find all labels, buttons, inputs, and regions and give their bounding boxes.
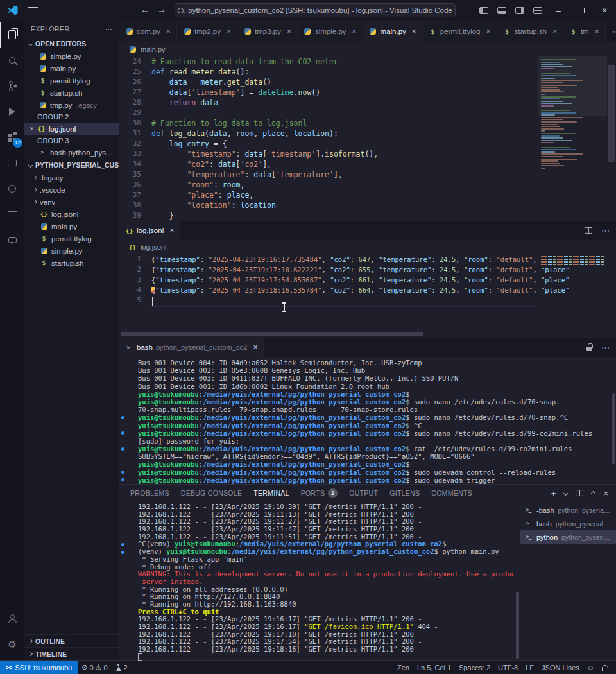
minimap[interactable] xyxy=(538,254,607,268)
open-editor-tmp-py[interactable]: tmp.py.legacy xyxy=(24,99,119,111)
tab-tmp2-py[interactable]: tmp2.py× xyxy=(177,21,237,42)
timeline-section[interactable]: TIMELINE xyxy=(24,647,119,660)
close-icon[interactable]: × xyxy=(169,227,174,234)
breadcrumb-group1[interactable]: main.py xyxy=(119,42,616,56)
close-icon[interactable]: × xyxy=(30,125,34,133)
close-icon[interactable]: × xyxy=(552,28,557,35)
activity-settings[interactable]: ⚙ xyxy=(0,632,24,657)
status-lf[interactable]: LF xyxy=(522,661,538,674)
close-panel-icon[interactable]: × xyxy=(603,488,608,498)
panel-tab-comments[interactable]: COMMENTS xyxy=(425,485,478,501)
open-editor-main-py[interactable]: main.py xyxy=(24,62,119,74)
notifications-bell[interactable] xyxy=(598,661,612,674)
ports-status[interactable]: 2 xyxy=(112,661,132,674)
tab-tm[interactable]: $tm× xyxy=(563,21,606,42)
activity-run-and-debug[interactable] xyxy=(0,99,24,125)
activity-remote-explorer[interactable] xyxy=(0,150,24,176)
code-editor-main-py[interactable]: 24# Function to read data from the CO2 m… xyxy=(119,56,616,221)
close-icon[interactable]: × xyxy=(166,28,171,35)
toggle-sidebar-icon[interactable] xyxy=(479,7,488,14)
tab-simple-py[interactable]: simple.py× xyxy=(298,21,363,42)
status-json-lines[interactable]: JSON Lines xyxy=(538,661,583,674)
activity-accounts[interactable] xyxy=(0,606,24,632)
minimap[interactable] xyxy=(538,56,607,221)
status-utf-8[interactable]: UTF-8 xyxy=(494,661,522,674)
close-icon[interactable]: × xyxy=(352,28,357,35)
vertical-scrollbar[interactable] xyxy=(607,56,616,221)
tab-log-jsonl[interactable]: {} log.jsonl × xyxy=(119,221,180,240)
breadcrumb-item[interactable]: log.jsonl xyxy=(141,243,166,251)
tree-item-main-py[interactable]: main.py xyxy=(24,220,119,232)
panel-tab-problems[interactable]: PROBLEMS xyxy=(124,485,175,501)
tree-item-venv[interactable]: venv xyxy=(24,196,119,208)
more-actions-icon[interactable]: ⋯ xyxy=(601,226,610,236)
remote-indicator[interactable]: >< SSH: tsukumoubu xyxy=(0,661,78,674)
activity-source-control[interactable] xyxy=(0,73,24,99)
code-editor-log-jsonl[interactable]: 1{"timestamp": "2025-04-23T19:16:17.7354… xyxy=(119,254,616,338)
activity-explorer[interactable] xyxy=(0,22,24,48)
terminal-list-item-bash[interactable]: >_bashpython_pyserial_c... xyxy=(520,517,616,530)
sidebar-more-icon[interactable]: ⋯ xyxy=(105,25,112,33)
tab-com-py[interactable]: com.py× xyxy=(119,21,177,42)
more-actions-icon[interactable]: ⋯ xyxy=(601,343,610,352)
split-terminal-icon[interactable] xyxy=(576,490,583,496)
breadcrumb-item[interactable]: main.py xyxy=(141,46,166,53)
tab-startup-sh[interactable]: $startup.sh× xyxy=(497,21,564,42)
tree-item-legacy[interactable]: .legacy xyxy=(24,171,119,184)
terminal-list-item-bash[interactable]: >_-bashpython_pyserial_... xyxy=(520,503,616,517)
status-ln-5-col-1[interactable]: Ln 5, Col 1 xyxy=(413,661,455,674)
open-editor-log-jsonl[interactable]: ×{}log.jsonl xyxy=(24,123,119,135)
open-editor-simple-py[interactable]: simple.py xyxy=(24,50,119,62)
tree-item-startup-sh[interactable]: $startup.sh xyxy=(24,257,119,269)
open-editors-header[interactable]: OPEN EDITORS xyxy=(24,37,119,50)
workspace-root-header[interactable]: PYTHON_PYSERIAL_CUST... xyxy=(24,159,119,171)
close-icon[interactable]: × xyxy=(486,28,491,35)
activity-search[interactable] xyxy=(0,48,24,73)
problems-status[interactable]: ⊘ 0 ⚠ 0 xyxy=(78,661,111,674)
close-button[interactable]: × xyxy=(593,0,616,21)
terminal-dropdown-icon[interactable] xyxy=(563,490,568,495)
activity-extensions[interactable]: 12 xyxy=(0,125,24,150)
scrollbar-thumb[interactable] xyxy=(516,592,519,659)
command-center[interactable]: python_pyserial_custom_co2 [SSH: tsukumo… xyxy=(175,3,456,17)
tree-item-vscode[interactable]: .vscode xyxy=(24,184,119,196)
breadcrumb-group2[interactable]: {} log.jsonl xyxy=(119,240,616,254)
toggle-panel-icon[interactable] xyxy=(497,7,506,14)
tab-permit-ttylog[interactable]: $permit.ttylog× xyxy=(423,21,497,42)
lock-icon[interactable] xyxy=(586,347,592,351)
activity-outline[interactable] xyxy=(0,202,24,227)
customize-layout-icon[interactable] xyxy=(533,7,542,14)
terminal-list-item-python[interactable]: >_pythonpython_pyseria... xyxy=(520,530,616,544)
new-terminal-icon[interactable]: + xyxy=(551,488,556,498)
bash-terminal-pane[interactable]: Bus 001 Device 004: ID 04d9:a052 Holtek … xyxy=(119,357,616,484)
status-spaces-2[interactable]: Spaces: 2 xyxy=(455,661,494,674)
close-icon[interactable]: × xyxy=(227,28,231,35)
horizontal-scrollbar[interactable] xyxy=(119,331,539,336)
panel-tab-output[interactable]: OUTPUT xyxy=(343,485,384,501)
scrollbar-thumb[interactable] xyxy=(121,332,423,336)
maximize-panel-icon[interactable] xyxy=(591,490,595,495)
terminal-scrollbar[interactable] xyxy=(612,359,615,481)
activity-live-share[interactable] xyxy=(0,176,24,202)
scrollbar-thumb[interactable] xyxy=(608,65,615,162)
close-icon[interactable]: × xyxy=(595,28,599,35)
tree-item-simple-py[interactable]: simple.py xyxy=(24,245,119,257)
forward-icon[interactable]: → xyxy=(155,4,168,15)
panel-tab-gitlens[interactable]: GITLENS xyxy=(384,485,425,501)
toggle-secondary-sidebar-icon[interactable] xyxy=(515,7,524,14)
close-icon[interactable]: × xyxy=(253,343,257,351)
tree-item-log-jsonl[interactable]: {}log.jsonl xyxy=(24,208,119,220)
activity-comments[interactable] xyxy=(0,227,24,253)
scrollbar-thumb[interactable] xyxy=(612,393,615,464)
close-icon[interactable]: × xyxy=(412,28,416,35)
back-icon[interactable]: ← xyxy=(139,4,151,15)
feedback-smiley-icon[interactable]: ☺ xyxy=(583,661,598,674)
tab-bash-terminal[interactable]: >_ bash python_pyserial_custom_co2 × xyxy=(119,338,264,357)
maximize-button[interactable] xyxy=(570,0,593,21)
minimize-button[interactable]: – xyxy=(547,0,570,21)
open-editor-startup-sh[interactable]: $startup.sh xyxy=(24,87,119,99)
outline-section[interactable]: OUTLINE xyxy=(24,634,119,647)
terminal-scrollbar[interactable] xyxy=(516,501,520,662)
python-terminal-pane[interactable]: 192.168.1.122 - - [23/Apr/2025 19:10:39]… xyxy=(119,501,516,662)
panel-tab-debug-console[interactable]: DEBUG CONSOLE xyxy=(175,485,248,501)
